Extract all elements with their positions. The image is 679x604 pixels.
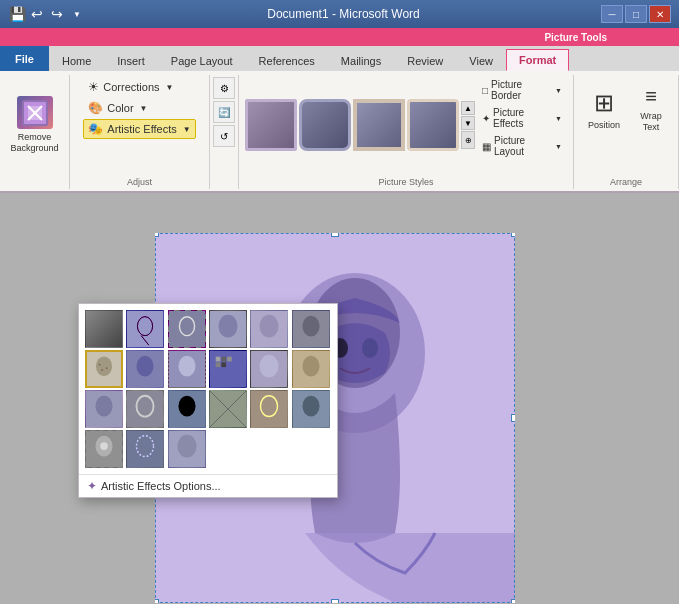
effect-none[interactable] [85,310,123,348]
save-button[interactable]: 💾 [8,5,26,23]
effect-crosshatch[interactable] [209,390,247,428]
styles-gallery: ▲ ▼ ⊕ □ Picture Border ▼ ✦ Picture Effec… [245,77,567,187]
effect-chalk[interactable] [126,430,164,468]
handle-middle-right[interactable] [511,414,515,422]
picture-border-icon: □ [482,85,488,96]
artistic-effects-dropdown-arrow: ▼ [183,125,191,134]
quick-access-toolbar: 💾 ↩ ↪ ▼ [8,5,86,23]
handle-top-right[interactable] [511,233,515,237]
tab-page-layout[interactable]: Page Layout [158,49,246,71]
gallery-up-arrow[interactable]: ▲ [461,101,475,115]
handle-bottom-right[interactable] [511,599,515,603]
tab-mailings[interactable]: Mailings [328,49,394,71]
handle-bottom-center[interactable] [331,599,339,603]
artistic-effects-button[interactable]: 🎭 Artistic Effects ▼ [83,119,195,139]
position-button[interactable]: ⊞ Position [580,77,628,141]
svg-rect-33 [216,362,221,367]
close-button[interactable]: ✕ [649,5,671,23]
effect-line-drawing[interactable] [168,310,206,348]
svg-rect-55 [127,431,163,467]
picture-border-button[interactable]: □ Picture Border ▼ [477,77,567,103]
arrange-group-label: Arrange [574,177,678,187]
effect-film-grain[interactable] [168,390,206,428]
style-thumb-2[interactable] [299,99,351,151]
effects-grid [79,304,337,474]
corrections-dropdown-arrow: ▼ [166,83,174,92]
style-thumb-3[interactable] [353,99,405,151]
artistic-effects-options-label: Artistic Effects Options... [101,480,221,492]
artistic-effects-label: Artistic Effects [107,123,176,135]
color-button[interactable]: 🎨 Color ▼ [83,98,195,118]
corrections-icon: ☀ [88,80,99,94]
reset-picture-button[interactable]: ↺ [213,125,235,147]
maximize-button[interactable]: □ [625,5,647,23]
artistic-effects-icon: 🎭 [88,122,103,136]
effect-cutout[interactable] [292,390,330,428]
effect-glow-edges[interactable] [250,390,288,428]
picture-tools-tab: Picture Tools [0,28,679,46]
svg-point-22 [99,364,101,366]
tab-references[interactable]: References [246,49,328,71]
tab-file[interactable]: File [0,46,49,71]
gallery-down-arrow[interactable]: ▼ [461,116,475,130]
effect-blurring[interactable] [250,310,288,348]
remove-background-button[interactable]: RemoveBackground [7,93,63,157]
effect-pencil-sketch[interactable] [126,310,164,348]
effect-pastels[interactable] [292,350,330,388]
picture-side-buttons: □ Picture Border ▼ ✦ Picture Effects ▼ ▦… [477,77,567,173]
tab-review[interactable]: Review [394,49,456,71]
effect-cement[interactable] [292,310,330,348]
effect-soft-edge[interactable] [85,390,123,428]
pe-dropdown-arrow: ▼ [555,115,562,122]
change-picture-button[interactable]: 🔄 [213,101,235,123]
corrections-button[interactable]: ☀ Corrections ▼ [83,77,195,97]
svg-rect-32 [227,357,232,362]
svg-point-15 [219,315,238,338]
svg-point-40 [95,396,112,417]
effect-watercolor[interactable] [209,310,247,348]
options-icon: ✦ [87,479,97,493]
effect-photocopy[interactable] [126,390,164,428]
tab-home[interactable]: Home [49,49,104,71]
effect-light-screen[interactable] [85,430,123,468]
effect-glass[interactable] [250,350,288,388]
effect-paint-brush[interactable] [168,430,206,468]
pb-dropdown-arrow: ▼ [555,87,562,94]
tab-format[interactable]: Format [506,49,569,71]
effect-marker[interactable] [126,350,164,388]
color-label: Color [107,102,133,114]
compress-picture-button[interactable]: ⚙ [213,77,235,99]
effect-mosaic[interactable] [209,350,247,388]
minimize-button[interactable]: ─ [601,5,623,23]
color-dropdown-arrow: ▼ [140,104,148,113]
effect-plastic-wrap[interactable] [168,350,206,388]
tab-insert[interactable]: Insert [104,49,158,71]
svg-point-19 [302,316,319,337]
effect-texturizer-selected[interactable] [85,350,123,388]
picture-layout-icon: ▦ [482,141,491,152]
undo-button[interactable]: ↩ [28,5,46,23]
arrange-buttons: ⊞ Position ≡ Wrap Text [580,77,672,155]
wrap-text-icon: ≡ [645,85,657,108]
artistic-effects-options[interactable]: ✦ Artistic Effects Options... [79,474,337,497]
picture-layout-button[interactable]: ▦ Picture Layout ▼ [477,133,567,159]
pl-dropdown-arrow: ▼ [555,143,562,150]
handle-top-left[interactable] [155,233,159,237]
tab-view[interactable]: View [456,49,506,71]
svg-rect-34 [221,362,226,367]
picture-effects-button[interactable]: ✦ Picture Effects ▼ [477,105,567,131]
svg-point-38 [302,356,319,377]
wrap-text-button[interactable]: ≡ Wrap Text [630,77,672,141]
redo-button[interactable]: ↪ [48,5,66,23]
customize-qa-button[interactable]: ▼ [68,5,86,23]
remove-bg-label: RemoveBackground [10,132,58,154]
svg-rect-29 [210,351,246,387]
handle-top-center[interactable] [331,233,339,237]
remove-bg-icon [17,96,53,129]
remove-bg-content: RemoveBackground [7,77,63,187]
style-thumb-1[interactable] [245,99,297,151]
gallery-more-arrow[interactable]: ⊕ [461,131,475,149]
style-thumb-4[interactable] [407,99,459,151]
handle-bottom-left[interactable] [155,599,159,603]
color-icon: 🎨 [88,101,103,115]
